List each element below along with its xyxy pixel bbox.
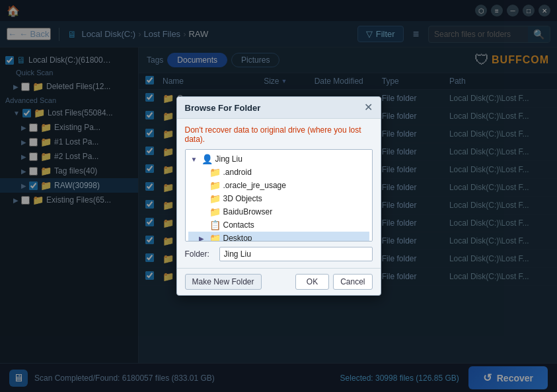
folder-static-label: Folder:: [185, 249, 215, 259]
baidubrowser-label: BaiduBrowser: [223, 207, 273, 216]
modal-close-button[interactable]: ✕: [364, 102, 373, 113]
root-user-label: Jing Liu: [215, 154, 242, 164]
modal-title: Browse For Folder: [185, 103, 261, 113]
folder-label-row: Folder:: [185, 247, 373, 261]
modal-cancel-button[interactable]: Cancel: [333, 274, 372, 290]
android-label: .android: [223, 168, 252, 177]
new-folder-button[interactable]: Make New Folder: [185, 274, 262, 290]
desktop-label: Desktop: [223, 234, 252, 242]
folder-tree[interactable]: ▼ 👤 Jing Liu 📁 .android 📁 .oracle_jre_us…: [185, 149, 373, 242]
folder-icon-desktop: 📁: [209, 233, 221, 242]
modal-footer-right: OK Cancel: [295, 274, 373, 290]
tree-root-user[interactable]: ▼ 👤 Jing Liu: [188, 152, 369, 166]
modal-body: Don't recover data to original drive (wh…: [177, 119, 381, 268]
oracle-label: .oracle_jre_usage: [223, 181, 286, 190]
tree-item-desktop[interactable]: ▶ 📁 Desktop: [188, 232, 369, 242]
user-icon: 👤: [202, 154, 213, 164]
3dobjects-label: 3D Objects: [223, 194, 262, 203]
tree-item-baidubrowser[interactable]: 📁 BaiduBrowser: [188, 205, 369, 218]
folder-icon-baidu: 📁: [209, 207, 221, 217]
tree-toggle-icon: ▼: [191, 156, 199, 163]
modal-footer: Make New Folder OK Cancel: [177, 268, 381, 295]
contacts-label: Contacts: [223, 220, 254, 230]
folder-path-input[interactable]: [219, 247, 373, 261]
folder-icon-oracle: 📁: [209, 180, 221, 191]
tree-item-3dobjects[interactable]: 📁 3D Objects: [188, 192, 369, 205]
modal-header: Browse For Folder ✕: [177, 97, 381, 119]
tree-item-contacts[interactable]: 📋 Contacts: [188, 218, 369, 232]
folder-icon-android: 📁: [209, 167, 221, 178]
tree-item-android[interactable]: 📁 .android: [188, 166, 369, 179]
modal-overlay: Browse For Folder ✕ Don't recover data t…: [0, 0, 557, 392]
folder-icon-3d: 📁: [209, 193, 221, 204]
modal-ok-button[interactable]: OK: [295, 274, 329, 290]
tree-item-oracle[interactable]: 📁 .oracle_jre_usage: [188, 179, 369, 192]
tree-toggle-desktop: ▶: [199, 235, 207, 242]
contacts-icon: 📋: [209, 220, 221, 230]
modal-warning-text: Don't recover data to original drive (wh…: [185, 125, 373, 144]
browse-folder-modal: Browse For Folder ✕ Don't recover data t…: [176, 96, 381, 296]
